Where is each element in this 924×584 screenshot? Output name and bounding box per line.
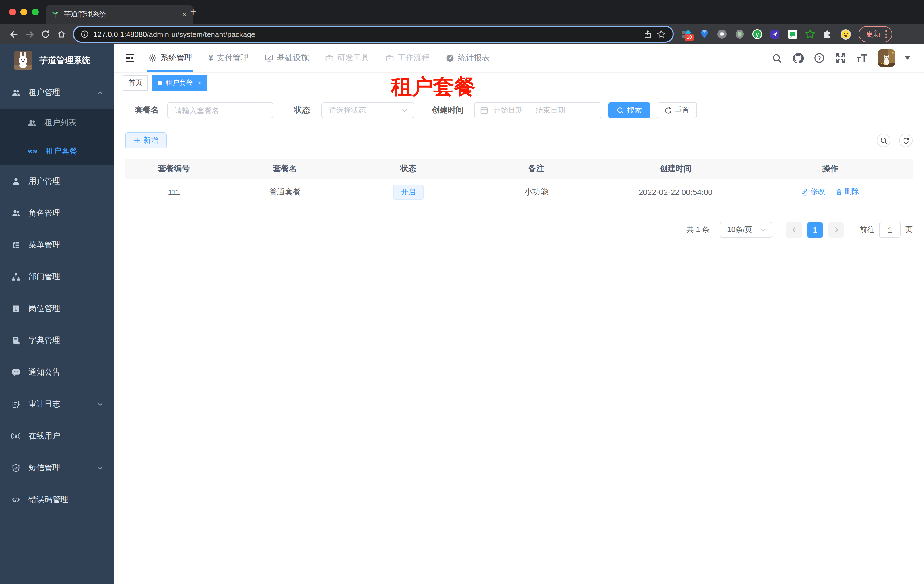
status-select[interactable]: 请选择状态 xyxy=(322,102,414,118)
avatar-caret-icon[interactable] xyxy=(905,56,910,60)
next-page-button[interactable] xyxy=(828,222,844,237)
code-icon xyxy=(12,495,20,504)
sidebar-item-tenant-package[interactable]: 租户套餐 xyxy=(0,137,114,166)
chrome-update-button[interactable]: 更新 xyxy=(858,26,892,42)
extension-oval-icon[interactable] xyxy=(734,29,745,39)
extension-command-icon[interactable]: ⌘ xyxy=(717,29,727,39)
tag-home[interactable]: 首页 xyxy=(123,75,148,91)
pencil-icon xyxy=(801,188,809,196)
sidebar-item-role-management[interactable]: 角色管理 xyxy=(0,197,114,229)
window-close-button[interactable] xyxy=(9,8,16,15)
sidebar-item-tenant-list[interactable]: 租户列表 xyxy=(0,109,114,137)
sidebar-item-label: 在线用户 xyxy=(28,431,60,441)
table-header-row: 套餐编号 套餐名 状态 备注 创建时间 操作 xyxy=(125,159,912,179)
tree-list-icon xyxy=(12,240,20,250)
svg-text:0:30: 0:30 xyxy=(881,63,886,66)
sidebar-item-tenant-management[interactable]: 租户管理 xyxy=(0,77,114,109)
user-avatar[interactable]: 690:30 xyxy=(878,49,895,67)
total-count: 共 1 条 xyxy=(686,225,710,235)
svg-text:⌘: ⌘ xyxy=(719,31,725,37)
window-zoom-button[interactable] xyxy=(32,8,39,15)
prev-page-button[interactable] xyxy=(786,222,802,237)
topnav-dev-tools[interactable]: 研发工具 xyxy=(317,44,377,72)
reload-icon[interactable] xyxy=(38,26,53,42)
chevron-up-icon xyxy=(97,89,104,96)
tab-close-icon[interactable]: × xyxy=(181,9,188,19)
refresh-table-button[interactable] xyxy=(899,133,912,147)
new-tab-button[interactable]: + xyxy=(190,6,196,17)
sidebar-item-sms-management[interactable]: 短信管理 xyxy=(0,452,114,484)
sidebar-item-audit-log[interactable]: 审计日志 xyxy=(0,388,114,420)
search-icon[interactable] xyxy=(772,53,782,63)
topnav-label: 统计报表 xyxy=(458,53,490,63)
delete-link[interactable]: 删除 xyxy=(835,187,860,197)
address-bar[interactable]: 127.0.0.1:48080/admin-ui/system/tenant/p… xyxy=(73,26,674,43)
sidebar-item-dict-management[interactable]: 字典管理 xyxy=(0,325,114,357)
tag-close-icon[interactable]: × xyxy=(196,79,201,86)
extension-shield-icon[interactable] xyxy=(770,29,780,39)
topnav-reports[interactable]: 统计报表 xyxy=(437,44,498,72)
goto-page-input[interactable] xyxy=(879,222,901,238)
date-range-picker[interactable]: 开始日期 - 结束日期 xyxy=(474,102,601,118)
topnav-label: 基础设施 xyxy=(277,53,309,63)
extension-emoji-avatar[interactable] xyxy=(840,29,851,39)
extension-gem-icon[interactable] xyxy=(699,29,710,39)
extension-puzzle-icon[interactable] xyxy=(823,29,833,39)
sidebar-item-error-code[interactable]: 错误码管理 xyxy=(0,484,114,516)
share-icon[interactable] xyxy=(644,30,652,38)
sidebar-collapse-icon[interactable] xyxy=(119,52,140,64)
github-icon[interactable] xyxy=(792,52,804,64)
fullscreen-icon[interactable] xyxy=(835,52,846,64)
sidebar-item-department-management[interactable]: 部门管理 xyxy=(0,261,114,293)
sidebar: 芋道管理系统 租户管理 租户列 xyxy=(0,44,114,584)
search-button[interactable]: 搜索 xyxy=(608,102,650,118)
user-icon xyxy=(12,177,20,186)
sidebar-item-label: 租户列表 xyxy=(45,118,76,128)
extension-star-icon[interactable] xyxy=(805,29,815,39)
bookmark-star-icon[interactable] xyxy=(657,30,666,39)
name-input-field[interactable] xyxy=(168,106,272,115)
tab-title: 芋道管理系统 xyxy=(64,9,177,19)
sidebar-item-user-management[interactable]: 用户管理 xyxy=(0,166,114,197)
help-icon[interactable]: ? xyxy=(813,52,825,64)
chrome-menu-icon[interactable] xyxy=(885,30,887,38)
extension-y-icon[interactable]: y xyxy=(752,29,762,39)
topnav-payment[interactable]: ¥ 支付管理 xyxy=(200,44,257,72)
edit-link[interactable]: 修改 xyxy=(801,187,825,197)
browser-tab[interactable]: 芋道管理系统 × xyxy=(46,5,193,24)
add-button[interactable]: 新增 xyxy=(125,133,167,148)
sidebar-item-label: 短信管理 xyxy=(28,463,60,473)
sidebar-item-notice[interactable]: 通知公告 xyxy=(0,357,114,388)
briefcase-icon xyxy=(325,53,334,63)
page-unit-label: 页 xyxy=(905,225,912,235)
back-icon[interactable] xyxy=(6,26,21,42)
hide-search-button[interactable] xyxy=(877,133,891,147)
reset-button[interactable]: 重置 xyxy=(657,102,697,118)
home-icon[interactable] xyxy=(53,26,69,42)
page-number-1[interactable]: 1 xyxy=(807,222,823,237)
book-gear-icon xyxy=(12,336,20,345)
badge-icon xyxy=(12,304,20,313)
sidebar-item-online-users[interactable]: 在线用户 xyxy=(0,420,114,452)
window-minimize-button[interactable] xyxy=(20,8,27,15)
goto-page-field[interactable] xyxy=(879,225,900,234)
page-size-select[interactable]: 10条/页 xyxy=(720,222,772,238)
topnav-system[interactable]: 系统管理 xyxy=(140,44,200,72)
date-start-placeholder: 开始日期 xyxy=(493,105,523,115)
font-size-icon[interactable] xyxy=(856,52,868,64)
tag-tenant-package[interactable]: 租户套餐 × xyxy=(152,75,207,91)
sidebar-item-menu-management[interactable]: 菜单管理 xyxy=(0,229,114,261)
active-dot xyxy=(158,81,162,85)
extension-chat-icon[interactable] xyxy=(787,29,798,39)
broadcast-icon xyxy=(12,432,20,441)
topnav-workflow[interactable]: 工作流程 xyxy=(377,44,437,72)
sidebar-item-post-management[interactable]: 岗位管理 xyxy=(0,293,114,325)
topnav-infrastructure[interactable]: 基础设施 xyxy=(257,44,317,72)
site-info-icon[interactable] xyxy=(81,30,89,38)
extension-tag-icon[interactable]: 10 xyxy=(681,29,692,39)
forward-icon[interactable] xyxy=(21,26,38,42)
name-input[interactable] xyxy=(167,102,273,118)
sidebar-menu: 租户管理 租户列表 xyxy=(0,77,114,516)
edit-document-icon xyxy=(12,400,20,409)
cell-package-name: 普通套餐 xyxy=(223,179,347,205)
